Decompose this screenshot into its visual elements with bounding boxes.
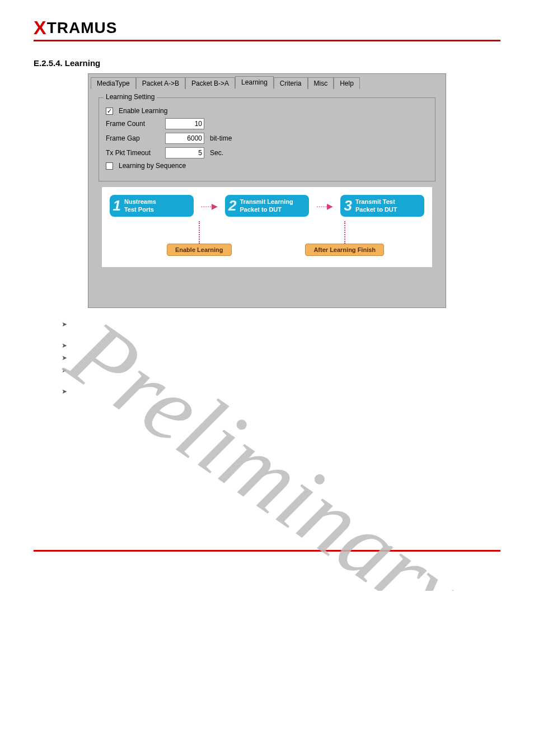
- logo-text: TRAMUS: [47, 19, 118, 36]
- tab-packet-ba[interactable]: Packet B->A: [185, 77, 235, 89]
- connector-line: [344, 221, 345, 244]
- footer-rule: [34, 550, 500, 552]
- bullet-enable-learning: Enable Learning: As shown in the figure …: [62, 319, 500, 337]
- logo-x: X: [34, 17, 47, 38]
- step1-line2: Test Ports: [124, 206, 156, 213]
- step3-line2: Packet to DUT: [355, 206, 397, 213]
- enable-learning-checkbox[interactable]: [106, 108, 113, 115]
- tab-learning[interactable]: Learning: [235, 76, 274, 88]
- enable-learning-label: Enable Learning: [119, 107, 167, 115]
- frame-gap-input[interactable]: [165, 133, 204, 144]
- enable-learning-pill: Enable Learning: [167, 244, 232, 256]
- bullet-learning-by-sequence: Learning by Sequence: It will send the l…: [62, 386, 500, 404]
- diagram-step-1: 1 Nustreams Test Ports: [110, 195, 194, 217]
- step3-number: 3: [344, 197, 352, 214]
- logo: XTRAMUS: [34, 17, 500, 39]
- learning-setting-fieldset: Learning Setting Enable Learning Frame C…: [99, 97, 435, 181]
- diagram-step-3: 3 Transmit Test Packet to DUT: [340, 195, 424, 217]
- frame-gap-unit: bit-time: [210, 134, 232, 142]
- tx-timeout-input[interactable]: [165, 147, 204, 158]
- connector-line: [199, 221, 200, 244]
- tab-bar: MediaType Packet A->B Packet B->A Learni…: [88, 74, 446, 88]
- tab-body: Learning Setting Enable Learning Frame C…: [92, 88, 442, 274]
- learning-diagram: 1 Nustreams Test Ports ·····▶ 2 Transmit…: [102, 187, 432, 267]
- step2-line2: Packet to DUT: [240, 206, 293, 213]
- learning-by-sequence-checkbox[interactable]: [106, 162, 113, 170]
- arrow-icon: ·····▶: [201, 202, 218, 211]
- arrow-icon: ·····▶: [316, 202, 333, 211]
- learning-by-sequence-label: Learning by Sequence: [119, 162, 186, 170]
- fieldset-legend: Learning Setting: [104, 93, 157, 101]
- frame-count-input[interactable]: [165, 118, 204, 129]
- tx-timeout-label: Tx Pkt Timeout: [106, 149, 162, 157]
- bullet-tx-timeout: Tx Pkt Timeout: If the system can't send…: [62, 365, 500, 383]
- step1-line1: Nustreams: [124, 198, 156, 206]
- section-title: E.2.5.4. Learning: [34, 58, 500, 68]
- tab-misc[interactable]: Misc: [308, 77, 334, 89]
- tx-timeout-unit: Sec.: [210, 149, 223, 157]
- dialog-screenshot: MediaType Packet A->B Packet B->A Learni…: [88, 73, 446, 308]
- step3-line1: Transmit Test: [355, 198, 397, 206]
- step2-number: 2: [228, 197, 236, 214]
- tab-help[interactable]: Help: [334, 77, 360, 89]
- frame-gap-label: Frame Gap: [106, 134, 162, 142]
- bullet-frame-gap: Frame Gap: Duration time between learnin…: [62, 353, 500, 362]
- step1-number: 1: [113, 197, 121, 214]
- frame-count-label: Frame Count: [106, 120, 162, 128]
- header-rule: [34, 40, 500, 41]
- tab-mediatype[interactable]: MediaType: [91, 77, 136, 89]
- bullet-frame-count: Frame Count: Repeat frame count per lear…: [62, 340, 500, 349]
- step2-line1: Transmit Learning: [240, 198, 293, 206]
- tab-criteria[interactable]: Criteria: [274, 77, 308, 89]
- diagram-step-2: 2 Transmit Learning Packet to DUT: [225, 195, 309, 217]
- after-learning-finish-pill: After Learning Finish: [305, 244, 384, 256]
- tab-packet-ab[interactable]: Packet A->B: [136, 77, 185, 89]
- bullet-list: Enable Learning: As shown in the figure …: [39, 319, 500, 404]
